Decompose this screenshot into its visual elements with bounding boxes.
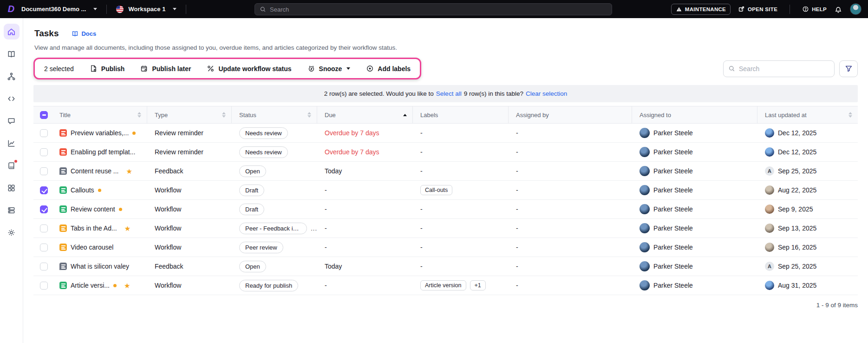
home-icon [7,27,16,36]
filter-funnel-icon [845,65,853,73]
column-header-labels[interactable]: Labels [413,106,509,123]
column-header-title[interactable]: Title [52,106,147,123]
sort-icon[interactable] [307,112,311,118]
assignee-name: Parker Steele [653,148,693,156]
workspace-switcher[interactable]: Workspace 1 [128,6,165,13]
column-label: Status [239,112,256,119]
column-label: Assigned by [516,112,549,119]
last-updated-date: Sep 25, 2025 [778,263,816,270]
column-header-due[interactable]: Due [317,106,413,123]
table-row[interactable]: Callouts Workflow Draft - Call-outs - Pa… [33,181,858,200]
sidebar-item-knowledge-base[interactable] [4,158,20,173]
status-badge: Draft [239,204,264,215]
task-title[interactable]: Content reuse ... [71,167,119,175]
user-avatar[interactable] [850,3,861,15]
status-badge: Peer review [239,242,283,253]
column-header-status[interactable]: Status [232,106,317,123]
docs-link[interactable]: Docs [72,30,96,37]
row-checkbox[interactable] [40,129,48,137]
column-header-assigned-by[interactable]: Assigned by [509,106,632,123]
sidebar-item-home[interactable] [4,24,20,40]
document360-logo-icon[interactable]: D [6,4,17,15]
row-checkbox[interactable] [40,167,48,175]
project-switcher[interactable]: Document360 Demo ... [21,6,86,13]
chevron-down-icon[interactable] [93,8,97,10]
sidebar-item-settings[interactable] [4,224,20,240]
snooze-button[interactable]: Snooze [307,65,351,73]
chevron-down-icon[interactable] [173,8,176,10]
task-title[interactable]: Review content [71,205,115,213]
task-title[interactable]: Enabling pdf templat... [71,148,135,156]
divider [106,5,107,14]
table-row[interactable]: Video carousel Workflow Peer review - - … [33,238,858,257]
sidebar-item-analytics[interactable] [4,135,20,151]
sidebar-item-drive[interactable] [4,202,20,218]
task-title[interactable]: Tabs in the Ad... [71,224,117,232]
select-all-checkbox-header[interactable] [33,106,52,123]
task-type: Workflow [155,186,181,194]
table-row[interactable]: Review content Workflow Draft - - - Park… [33,200,858,219]
select-all-link[interactable]: Select all [436,90,462,97]
code-icon [7,94,16,103]
status-overflow: ... [311,225,317,232]
table-row[interactable]: Article versi... ★ Workflow Ready for pu… [33,276,858,295]
labels-cell: Call-outs [413,185,509,195]
row-checkbox[interactable] [40,205,48,213]
sidebar-item-documentation[interactable] [4,46,20,62]
sort-icon[interactable] [403,114,407,116]
table-row[interactable]: Preview variables,... Review reminder Ne… [33,124,858,143]
filter-button[interactable] [839,60,858,77]
column-label: Assigned to [640,112,671,119]
add-labels-button[interactable]: Add labels [366,65,411,73]
publish-button[interactable]: Publish [90,65,125,73]
global-search-input[interactable]: Search [255,3,612,15]
row-checkbox[interactable] [40,224,48,232]
sidebar-item-widgets[interactable] [4,180,20,196]
notifications-bell-icon[interactable] [834,5,842,13]
row-checkbox[interactable] [40,148,48,156]
sort-icon[interactable] [222,112,226,118]
task-title[interactable]: Preview variables,... [71,129,129,137]
sidebar-item-feedback[interactable] [4,113,20,129]
maintenance-button[interactable]: MAINTENANCE [671,4,731,15]
row-checkbox[interactable] [40,282,48,290]
help-button[interactable]: HELP [802,6,827,13]
row-checkbox[interactable] [40,244,48,251]
page-title: Tasks [34,28,59,39]
table-row[interactable]: What is silicon valey Feedback Open Toda… [33,257,858,276]
table-row[interactable]: Content reuse ... ★ Feedback Open Today … [33,162,858,181]
sidebar-item-categories[interactable] [4,68,20,84]
column-header-type[interactable]: Type [147,106,232,123]
task-title[interactable]: Article versi... [71,282,110,289]
task-title[interactable]: Video carousel [71,244,113,251]
assignee-avatar [640,261,650,271]
clear-selection-link[interactable]: Clear selection [526,90,567,97]
row-checkbox[interactable] [40,263,48,270]
sidebar-item-api-docs[interactable] [4,91,20,106]
table-search-input[interactable]: Search [723,60,835,77]
select-all-checkbox[interactable] [40,111,48,119]
labels-cell: Article version+1 [413,280,509,290]
publish-later-button[interactable]: Publish later [140,65,191,73]
column-header-assigned-to[interactable]: Assigned to [632,106,757,123]
last-updated-date: Aug 31, 2025 [778,282,816,289]
column-label: Title [59,112,71,119]
update-workflow-status-button[interactable]: Update workflow status [207,65,291,73]
table-row[interactable]: Tabs in the Ad... ★ Workflow Peer - Feed… [33,219,858,238]
doc-orange-article-icon [59,224,67,232]
assignee-avatar [640,223,650,233]
due-text: Today [325,167,342,175]
row-checkbox[interactable] [40,186,48,194]
table-header-row: TitleTypeStatusDueLabelsAssigned byAssig… [33,106,858,124]
sort-icon[interactable] [137,112,141,118]
task-title[interactable]: Callouts [71,186,94,194]
task-type: Feedback [155,167,183,175]
sort-icon[interactable] [848,112,852,118]
column-header-last-updated-at[interactable]: Last updated at [757,106,858,123]
open-site-button[interactable]: OPEN SITE [738,6,777,13]
table-row[interactable]: Enabling pdf templat... Review reminder … [33,143,858,162]
assigned-by: - [516,244,518,251]
task-title[interactable]: What is silicon valey [71,263,129,270]
table-body: Preview variables,... Review reminder Ne… [33,124,858,295]
pagination-summary: 1 - 9 of 9 items [33,302,858,309]
